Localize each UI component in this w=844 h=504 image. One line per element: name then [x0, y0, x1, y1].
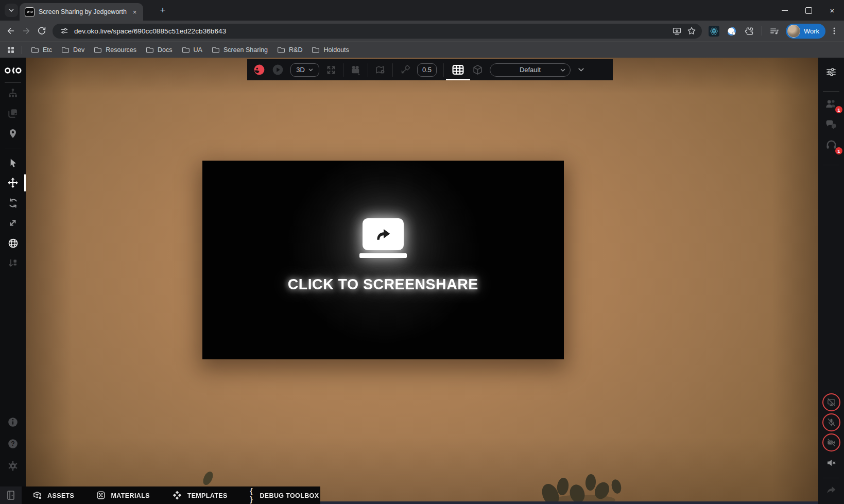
- screenshare-off-button[interactable]: [822, 393, 840, 411]
- help-button[interactable]: ?: [4, 436, 22, 451]
- site-settings-icon[interactable]: [59, 25, 70, 37]
- view-mode-dropdown[interactable]: 3D: [290, 63, 319, 77]
- rail-divider: [5, 148, 21, 148]
- plant-leaf-silhouette: [199, 468, 217, 489]
- chat-button[interactable]: [822, 116, 840, 132]
- browser-window: { "browser": { "tab_title": "Screen Shar…: [0, 0, 844, 504]
- tab-close-button[interactable]: ×: [130, 8, 139, 16]
- bookmark-folder-resources[interactable]: Resources: [89, 45, 141, 55]
- url-text[interactable]: dev.oko.live/space/690cc0885c51ed22cb36b…: [74, 27, 670, 35]
- camera-off-button[interactable]: [822, 433, 840, 451]
- tray-divider: [762, 26, 762, 36]
- layers-copy-icon: [7, 108, 19, 119]
- screenshare-screen[interactable]: CLICK TO SCREENSHARE: [202, 161, 564, 359]
- extensions-menu-button[interactable]: [742, 24, 756, 38]
- media-controls-button[interactable]: [767, 24, 782, 38]
- templates-panel-button[interactable]: TEMPLATES: [162, 486, 239, 504]
- exit-space-button[interactable]: [0, 486, 22, 504]
- folder-icon: [277, 46, 285, 54]
- scene-hierarchy-button[interactable]: [4, 85, 22, 101]
- globe-icon: [8, 238, 19, 249]
- rotate-tool-button[interactable]: [4, 195, 22, 211]
- editor-toolbar: 3D 0.5: [247, 59, 613, 80]
- hierarchy-icon: [7, 88, 19, 99]
- tab-title: Screen Sharing by Jedgeworth: [39, 8, 130, 15]
- window-minimize-button[interactable]: [773, 0, 797, 21]
- materials-panel-button[interactable]: MATERIALS: [85, 486, 161, 504]
- back-button[interactable]: [3, 23, 19, 39]
- voice-chat-button[interactable]: 1: [822, 137, 840, 152]
- bookmark-folder-rnd[interactable]: R&D: [272, 45, 307, 55]
- grid-view-toggle[interactable]: [451, 59, 466, 80]
- bookmark-folder-etc[interactable]: Etc: [26, 45, 57, 55]
- mute-speaker-button[interactable]: [822, 455, 840, 471]
- forward-arrow-icon: [22, 26, 31, 36]
- sort-order-button[interactable]: [4, 255, 22, 271]
- bookmark-label: Resources: [106, 46, 136, 54]
- rail-divider: [823, 91, 839, 92]
- toolbar-divider: [443, 63, 444, 77]
- forward-button[interactable]: [19, 23, 34, 39]
- 3d-viewport[interactable]: CLICK TO SCREENSHARE 3D: [26, 58, 818, 504]
- share-arrow-icon: [374, 227, 392, 241]
- avatar-emote-button[interactable]: [253, 64, 265, 76]
- environment-preset-dropdown[interactable]: Default: [490, 63, 571, 77]
- media-list-icon: [769, 26, 779, 36]
- folder-icon: [61, 46, 70, 54]
- participants-button[interactable]: 1: [822, 96, 840, 111]
- speed-value-input[interactable]: 0.5: [417, 63, 437, 77]
- svg-text:?: ?: [11, 440, 14, 447]
- browser-tab[interactable]: Screen Sharing by Jedgeworth ×: [20, 3, 143, 21]
- bookmark-folder-dev[interactable]: Dev: [57, 45, 89, 55]
- help-icon: ?: [7, 438, 19, 449]
- world-space-toggle-button[interactable]: [4, 235, 22, 251]
- profile-name: Work: [804, 27, 819, 35]
- info-button[interactable]: [4, 414, 22, 430]
- spawn-point-button[interactable]: [4, 126, 22, 141]
- mic-off-icon: [826, 418, 836, 427]
- cube-view-toggle[interactable]: [472, 64, 483, 75]
- move-tool-button[interactable]: [4, 175, 22, 190]
- share-space-button[interactable]: [822, 482, 840, 497]
- apps-shortcut-button[interactable]: [4, 43, 18, 57]
- star-icon: [687, 26, 696, 36]
- window-close-button[interactable]: ×: [820, 0, 844, 21]
- bookmark-folder-screen-sharing[interactable]: Screen Sharing: [207, 45, 272, 55]
- browser-menu-button[interactable]: [828, 24, 841, 38]
- gear-icon: [7, 460, 19, 472]
- url-bar[interactable]: dev.oko.live/space/690cc0885c51ed22cb36b…: [53, 24, 702, 39]
- bookmark-folder-docs[interactable]: Docs: [141, 45, 177, 55]
- map-waypoint-button[interactable]: [375, 65, 386, 75]
- camera-tool-button[interactable]: [350, 65, 361, 75]
- toolbar-expand-button[interactable]: [577, 66, 585, 74]
- debug-toolbox-panel-button[interactable]: { } DEBUG TOOLBOX: [239, 486, 331, 504]
- settings-button[interactable]: [4, 458, 22, 474]
- tab-search-button[interactable]: [5, 4, 18, 17]
- profile-chip[interactable]: Work: [786, 24, 825, 39]
- close-icon: ×: [830, 7, 835, 14]
- bookmark-star-button[interactable]: [684, 24, 699, 38]
- microphone-off-button[interactable]: [822, 413, 840, 431]
- cube-icon: [472, 64, 483, 75]
- bookmark-folder-holdouts[interactable]: Holdouts: [307, 45, 353, 55]
- duplicate-layers-button[interactable]: [4, 106, 22, 121]
- reload-button[interactable]: [34, 23, 49, 39]
- fit-view-button[interactable]: [326, 65, 336, 75]
- assets-panel-button[interactable]: ASSETS: [22, 486, 85, 504]
- new-tab-button[interactable]: +: [156, 4, 169, 17]
- move-arrows-icon: [7, 177, 19, 188]
- info-icon: [7, 416, 19, 428]
- oko-logo-icon: [5, 67, 22, 74]
- install-app-button[interactable]: [670, 24, 684, 38]
- scene-settings-button[interactable]: [822, 64, 840, 80]
- window-maximize-button[interactable]: [797, 0, 820, 21]
- play-button[interactable]: [272, 64, 284, 76]
- bookmark-folder-ua[interactable]: UA: [177, 45, 207, 55]
- physics-trajectory-button[interactable]: [400, 65, 410, 75]
- scale-tool-button[interactable]: [4, 215, 22, 231]
- react-devtools-extension-button[interactable]: [707, 24, 721, 38]
- timer-extension-button[interactable]: [725, 24, 739, 38]
- sliders-icon: [825, 67, 837, 77]
- select-tool-button[interactable]: [4, 155, 22, 170]
- folder-icon: [31, 46, 39, 54]
